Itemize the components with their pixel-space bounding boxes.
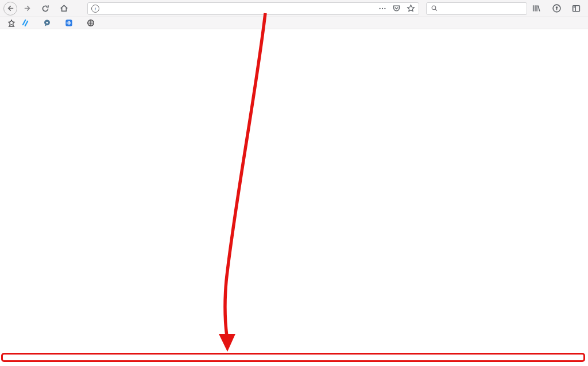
bookmark-item-dizionari[interactable] <box>43 19 54 27</box>
helpscout-icon <box>21 19 29 27</box>
bookmark-item-inbox-wp-rocket[interactable] <box>65 19 76 27</box>
home-icon <box>59 3 69 13</box>
speech-bubble-icon <box>43 19 51 27</box>
navigation-toolbar: i <box>0 0 588 17</box>
page-info-icon[interactable]: i <box>91 5 99 13</box>
search-icon <box>431 5 438 12</box>
back-button[interactable] <box>3 2 17 15</box>
pocket-icon[interactable] <box>392 4 401 13</box>
sidebar-toggle-button[interactable] <box>568 1 583 16</box>
library-button[interactable] <box>528 1 543 16</box>
bookmark-item-helpscout[interactable] <box>21 19 32 27</box>
bookmarks-toolbar <box>0 17 588 29</box>
reload-icon <box>41 4 50 13</box>
forward-button[interactable] <box>20 1 34 16</box>
library-icon <box>531 3 541 13</box>
bookmark-star-icon[interactable] <box>407 4 415 13</box>
url-bar[interactable]: i <box>87 2 419 15</box>
reload-button[interactable] <box>38 1 53 16</box>
sidebar-icon <box>571 3 581 13</box>
search-bar[interactable] <box>426 2 527 15</box>
browser-window: i <box>0 0 588 366</box>
home-button[interactable] <box>56 1 71 16</box>
back-arrow-icon <box>6 4 15 13</box>
globe-icon <box>87 19 95 27</box>
keyhole-circle-icon <box>552 3 562 13</box>
view-source-content <box>0 29 588 366</box>
toolbar-bookmarks-icon[interactable] <box>7 19 16 28</box>
password-extension-button[interactable] <box>549 1 564 16</box>
bookmark-item-fount[interactable] <box>87 19 98 27</box>
forward-arrow-icon <box>23 4 32 13</box>
page-actions-dots-icon[interactable] <box>378 5 386 13</box>
intercom-icon <box>65 19 73 27</box>
